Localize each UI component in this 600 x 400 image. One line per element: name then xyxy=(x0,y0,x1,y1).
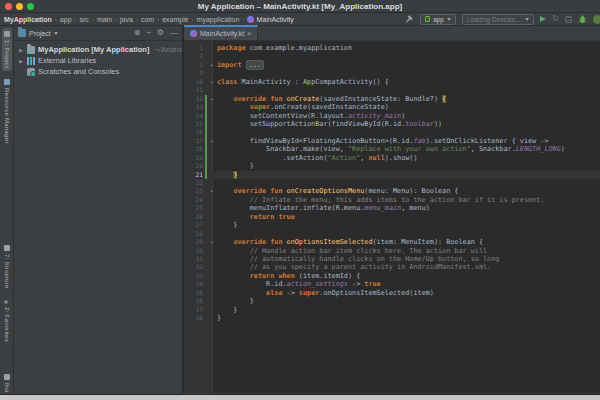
locate-icon[interactable]: ⊗ xyxy=(134,29,141,37)
tab-close-icon[interactable] xyxy=(247,30,251,37)
code-line[interactable]: 26 return true xyxy=(184,213,600,221)
fold-arrow-icon[interactable]: ▾ xyxy=(210,187,213,195)
module-app-icon xyxy=(425,16,430,22)
build-hammer-icon[interactable] xyxy=(404,14,414,24)
breadcrumb-item[interactable]: app xyxy=(60,16,72,23)
code-text: menuInflater.inflate(R.menu.menu_main, m… xyxy=(213,204,430,212)
code-line[interactable]: 21 } xyxy=(184,171,600,179)
code-line[interactable]: 37 } xyxy=(184,306,600,314)
debug-bug-icon[interactable] xyxy=(578,15,587,24)
breadcrumb-item[interactable]: java xyxy=(120,16,133,23)
apply-changes-icon[interactable]: ↻ xyxy=(552,15,559,23)
hide-icon[interactable]: — xyxy=(170,29,178,37)
breadcrumb-item[interactable]: myapplication xyxy=(197,16,240,23)
gutter-markers xyxy=(203,145,213,153)
project-panel-header: Project ⊗÷⚙— xyxy=(14,26,182,41)
code-line[interactable]: 25 menuInflater.inflate(R.menu.menu_main… xyxy=(184,204,600,212)
run-icon[interactable] xyxy=(540,16,546,22)
code-line[interactable]: 17▾ findViewById<FloatingActionButton>(R… xyxy=(184,137,600,145)
screenshot-root: My Application – MainActivity.kt [My_App… xyxy=(0,0,600,400)
chevron-down-icon[interactable] xyxy=(54,32,58,35)
editor-column: MainActivity.kt 1package com.example.mya… xyxy=(184,26,600,393)
gutter-markers xyxy=(203,272,213,280)
code-line[interactable]: 9 xyxy=(184,69,600,77)
tool-stripe-project[interactable]: 1: Project xyxy=(2,28,12,71)
tree-item[interactable]: ▶External Libraries xyxy=(14,55,182,66)
tool-stripe-favorites[interactable]: 2: Favorites xyxy=(2,295,12,345)
line-number: 27 xyxy=(184,221,203,229)
code-line[interactable]: 10▾class MainActivity : AppCompatActivit… xyxy=(184,78,600,86)
expand-arrow-icon[interactable]: ▶ xyxy=(18,58,24,64)
fold-arrow-icon[interactable]: ▾ xyxy=(210,78,213,86)
gutter-markers xyxy=(203,289,213,297)
editor-tab-bar: MainActivity.kt xyxy=(184,26,600,41)
tool-stripe-resource-manager[interactable]: Resource Manager xyxy=(2,76,12,147)
code-line[interactable]: 27 } xyxy=(184,221,600,229)
line-number: 14 xyxy=(184,112,203,120)
code-line[interactable]: 36 } xyxy=(184,297,600,305)
code-line[interactable]: 15 setSupportActionBar(findViewById(R.id… xyxy=(184,120,600,128)
breadcrumb-item[interactable]: src xyxy=(80,16,89,23)
project-panel-title[interactable]: Project xyxy=(29,30,51,37)
tree-item[interactable]: ▶MyApplication [My Application] ~/Androi… xyxy=(14,44,182,55)
code-line[interactable]: 32 // as you specify a parent activity i… xyxy=(184,263,600,271)
gutter-markers xyxy=(203,103,213,111)
breadcrumb-item[interactable]: com xyxy=(141,16,154,23)
code-line[interactable]: 24 // Inflate the menu; this adds items … xyxy=(184,196,600,204)
expand-arrow-icon[interactable]: ▶ xyxy=(18,47,24,53)
tree-item[interactable]: Scratches and Consoles xyxy=(14,66,182,77)
fold-arrow-icon[interactable]: ▾ xyxy=(210,95,213,103)
code-text: // automatically handle clicks on the Ho… xyxy=(213,255,499,263)
code-line[interactable]: 3▾import ... xyxy=(184,61,600,69)
fold-arrow-icon[interactable]: ▾ xyxy=(210,61,213,69)
gutter-markers[interactable]: ▾ xyxy=(203,238,213,246)
editor-tab-mainactivity[interactable]: MainActivity.kt xyxy=(184,25,258,40)
code-line[interactable]: 22 xyxy=(184,179,600,187)
code-line[interactable]: 28 xyxy=(184,230,600,238)
code-text: findViewById<FloatingActionButton>(R.id.… xyxy=(213,137,548,145)
gutter-markers[interactable]: ▾ xyxy=(203,187,213,195)
code-line[interactable]: 33 return when (item.itemId) { xyxy=(184,272,600,280)
gutter-markers[interactable]: ▾ xyxy=(203,78,213,86)
breadcrumb-item[interactable]: MyApplication xyxy=(4,16,52,23)
gutter-markers[interactable]: ▾ xyxy=(203,61,213,69)
breadcrumb-item[interactable]: main xyxy=(97,16,112,23)
fold-arrow-icon[interactable]: ▾ xyxy=(210,238,213,246)
code-line[interactable]: 20 } xyxy=(184,162,600,170)
gutter-markers[interactable]: ▾ xyxy=(203,137,213,145)
profile-icon[interactable] xyxy=(565,16,572,23)
collapse-all-icon[interactable]: ÷ xyxy=(146,29,150,37)
code-text: } xyxy=(213,162,254,170)
breadcrumb-item[interactable]: example xyxy=(162,16,188,23)
code-line[interactable]: 23▾ override fun onCreateOptionsMenu(men… xyxy=(184,187,600,195)
code-line[interactable]: 1package com.example.myapplication xyxy=(184,44,600,52)
settings-gear-icon[interactable]: ⚙ xyxy=(157,29,164,37)
run-configuration-select[interactable]: app xyxy=(420,14,456,25)
code-line[interactable]: 38} xyxy=(184,314,600,322)
code-line[interactable]: 19 .setAction("Action", null).show() xyxy=(184,154,600,162)
code-line[interactable]: 18 Snackbar.make(view, "Replace with you… xyxy=(184,145,600,153)
code-line[interactable]: 29▾ override fun onOptionsItemSelected(i… xyxy=(184,238,600,246)
tool-stripe-build-variants[interactable]: Build Variants xyxy=(2,371,12,393)
code-line[interactable]: 13 super.onCreate(savedInstanceState) xyxy=(184,103,600,111)
code-line[interactable]: 35 else -> super.onOptionsItemSelected(i… xyxy=(184,289,600,297)
device-select[interactable]: Loading Devices.... xyxy=(462,14,534,25)
code-text: } xyxy=(213,297,254,305)
fold-arrow-icon[interactable]: ▾ xyxy=(210,137,213,145)
tree-item-label: Scratches and Consoles xyxy=(38,67,119,76)
breadcrumb-separator-icon: › xyxy=(114,16,118,22)
code-text: package com.example.myapplication xyxy=(213,44,352,52)
gutter-markers xyxy=(203,280,213,288)
breadcrumb-item[interactable]: MainActivity xyxy=(247,16,293,23)
code-line[interactable]: 31 // automatically handle clicks on the… xyxy=(184,255,600,263)
code-editor[interactable]: 1package com.example.myapplication23▾imp… xyxy=(184,41,600,393)
code-line[interactable]: 34 R.id.action_settings -> true xyxy=(184,280,600,288)
code-line[interactable]: 11 xyxy=(184,86,600,94)
code-line[interactable]: 30 // Handle action bar item clicks here… xyxy=(184,247,600,255)
gutter-markers[interactable]: ▾ xyxy=(203,95,213,103)
code-line[interactable]: 14 setContentView(R.layout.activity_main… xyxy=(184,112,600,120)
code-line[interactable]: 12▾ override fun onCreate(savedInstanceS… xyxy=(184,95,600,103)
clipped-toolbar-icon[interactable] xyxy=(593,15,600,24)
code-line[interactable]: 16 xyxy=(184,128,600,136)
tool-stripe-structure[interactable]: 7: Structure xyxy=(2,242,12,292)
